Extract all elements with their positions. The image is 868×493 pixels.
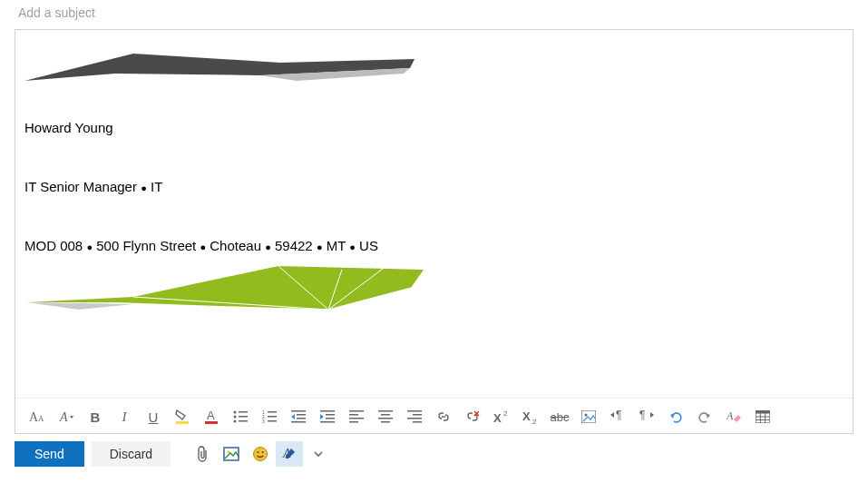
undo-icon — [668, 409, 683, 424]
bullets-button[interactable] — [226, 404, 255, 429]
svg-marker-66 — [734, 415, 741, 422]
svg-marker-62 — [650, 412, 654, 418]
svg-rect-40 — [349, 414, 358, 416]
subject-input[interactable] — [18, 5, 850, 20]
svg-rect-36 — [326, 418, 335, 419]
svg-rect-68 — [756, 410, 770, 414]
italic-button[interactable]: I — [110, 404, 139, 429]
bullet-icon: ● — [317, 242, 323, 252]
subscript-button[interactable]: X2 — [516, 404, 545, 429]
link-icon — [436, 409, 451, 424]
numbering-icon: 123 — [262, 410, 277, 423]
svg-rect-46 — [381, 421, 390, 423]
svg-rect-44 — [381, 414, 390, 416]
svg-marker-64 — [706, 413, 710, 419]
svg-rect-29 — [291, 410, 306, 412]
font-color-button[interactable]: A — [197, 404, 226, 429]
discard-button[interactable]: Discard — [92, 441, 171, 467]
outdent-button[interactable] — [284, 404, 313, 429]
svg-rect-14 — [176, 421, 189, 424]
font-size-button[interactable]: AA — [23, 404, 52, 429]
svg-text:X: X — [493, 411, 502, 424]
svg-rect-20 — [239, 416, 248, 418]
clear-formatting-button[interactable]: A — [719, 404, 748, 429]
bullet-icon: ● — [265, 242, 271, 252]
bold-icon: B — [91, 409, 101, 425]
insert-picture-button[interactable] — [218, 441, 245, 467]
highlight-icon — [174, 409, 190, 425]
rtl-button[interactable]: ¶ — [632, 404, 661, 429]
signature-role-line: IT Senior Manager ● IT — [24, 179, 844, 194]
bullet-icon: ● — [200, 242, 206, 252]
svg-rect-39 — [349, 410, 364, 412]
table-icon — [756, 410, 770, 423]
eraser-icon: A — [727, 409, 741, 424]
svg-rect-47 — [407, 410, 422, 412]
svg-point-21 — [234, 420, 237, 423]
svg-text:¶: ¶ — [639, 409, 645, 421]
highlight-button[interactable] — [168, 404, 197, 429]
align-left-icon — [349, 410, 364, 423]
signature-city: Choteau — [210, 238, 261, 253]
link-button[interactable] — [429, 404, 458, 429]
signature-graphic-top — [24, 54, 844, 87]
svg-rect-24 — [268, 411, 277, 413]
svg-marker-13 — [70, 416, 73, 419]
bold-button[interactable]: B — [81, 404, 110, 429]
ltr-button[interactable]: ¶ — [603, 404, 632, 429]
align-center-icon — [378, 410, 393, 423]
signature-name: Howard Young — [24, 120, 844, 135]
unlink-icon — [465, 409, 480, 424]
strikethrough-icon: abc — [551, 410, 570, 424]
svg-text:¶: ¶ — [616, 409, 621, 421]
superscript-button[interactable]: X2 — [487, 404, 516, 429]
svg-rect-32 — [291, 421, 306, 423]
underline-icon: U — [149, 409, 159, 425]
underline-button[interactable]: U — [139, 404, 168, 429]
svg-text:A: A — [38, 414, 44, 423]
align-right-button[interactable] — [400, 404, 429, 429]
font-face-icon: A — [58, 409, 74, 424]
bottom-action-bar: Send Discard A — [0, 434, 868, 474]
svg-rect-45 — [378, 418, 393, 419]
superscript-icon: X2 — [493, 409, 510, 424]
svg-rect-50 — [413, 421, 422, 423]
emoji-button[interactable] — [247, 441, 274, 467]
compose-body[interactable]: Howard Young IT Senior Manager ● IT MOD … — [15, 30, 853, 398]
send-button[interactable]: Send — [15, 441, 84, 467]
svg-text:3: 3 — [262, 419, 265, 423]
unlink-button[interactable] — [458, 404, 487, 429]
svg-rect-42 — [349, 421, 358, 423]
insert-image-button[interactable] — [574, 404, 603, 429]
svg-text:A: A — [727, 409, 734, 422]
outdent-icon — [291, 410, 306, 423]
align-center-button[interactable] — [371, 404, 400, 429]
more-actions-button[interactable] — [305, 441, 332, 467]
svg-rect-49 — [407, 418, 422, 419]
font-face-button[interactable]: A — [52, 404, 81, 429]
svg-text:2: 2 — [532, 418, 537, 424]
numbering-button[interactable]: 123 — [255, 404, 284, 429]
svg-point-75 — [254, 448, 268, 461]
attach-button[interactable] — [189, 441, 216, 467]
svg-rect-34 — [320, 410, 335, 412]
picture-icon — [223, 447, 239, 461]
bullet-icon: ● — [141, 182, 147, 193]
redo-button[interactable] — [690, 404, 719, 429]
svg-rect-22 — [239, 420, 248, 422]
compose-area: Howard Young IT Senior Manager ● IT MOD … — [15, 29, 853, 434]
svg-marker-60 — [610, 412, 614, 418]
bullet-icon: ● — [349, 242, 356, 252]
subscript-icon: X2 — [522, 409, 539, 424]
strikethrough-button[interactable]: abc — [545, 404, 574, 429]
align-left-button[interactable] — [342, 404, 371, 429]
bullet-icon: ● — [86, 242, 93, 252]
signature-toggle-button[interactable]: A — [276, 441, 303, 467]
indent-button[interactable] — [313, 404, 342, 429]
undo-button[interactable] — [661, 404, 690, 429]
svg-point-19 — [234, 416, 237, 419]
signature-zip: 59422 — [275, 238, 313, 253]
svg-point-76 — [258, 451, 259, 453]
insert-table-button[interactable] — [748, 404, 777, 429]
ltr-icon: ¶ — [610, 409, 625, 424]
